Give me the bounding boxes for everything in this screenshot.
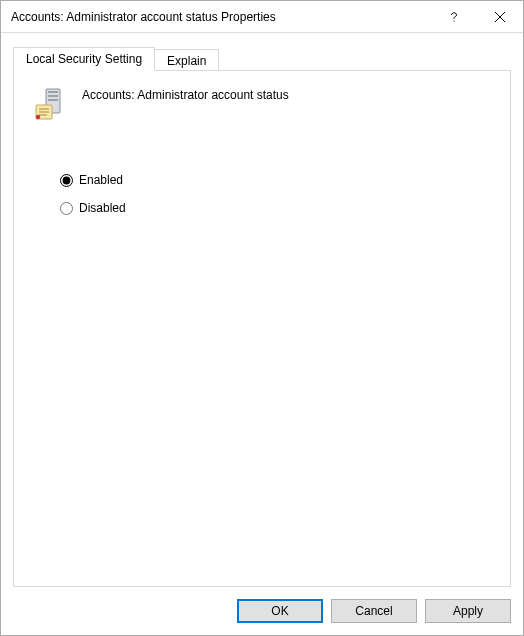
svg-point-10 [36,115,40,119]
radio-group: Enabled Disabled [60,173,492,215]
close-icon [495,12,505,22]
tab-strip: Local Security Setting Explain [13,47,511,71]
svg-rect-4 [48,99,58,101]
radio-disabled[interactable] [60,202,73,215]
close-button[interactable] [477,1,523,33]
tab-explain[interactable]: Explain [154,49,219,71]
radio-enabled-label: Enabled [79,173,123,187]
policy-title: Accounts: Administrator account status [82,87,289,102]
radio-disabled-label: Disabled [79,201,126,215]
ok-button[interactable]: OK [237,599,323,623]
help-icon [449,12,459,22]
window-title: Accounts: Administrator account status P… [11,10,431,24]
help-button[interactable] [431,1,477,33]
tab-panel: Accounts: Administrator account status E… [13,70,511,587]
tab-local-security-setting[interactable]: Local Security Setting [13,47,155,71]
security-policy-icon [32,87,68,123]
radio-option-enabled[interactable]: Enabled [60,173,492,187]
content-area: Local Security Setting Explain [1,33,523,587]
title-bar: Accounts: Administrator account status P… [1,1,523,33]
radio-option-disabled[interactable]: Disabled [60,201,492,215]
svg-rect-2 [48,91,58,93]
cancel-button[interactable]: Cancel [331,599,417,623]
apply-button[interactable]: Apply [425,599,511,623]
button-bar: OK Cancel Apply [1,587,523,635]
svg-point-0 [453,20,454,21]
policy-header: Accounts: Administrator account status [32,87,492,123]
svg-rect-3 [48,95,58,97]
radio-enabled[interactable] [60,174,73,187]
